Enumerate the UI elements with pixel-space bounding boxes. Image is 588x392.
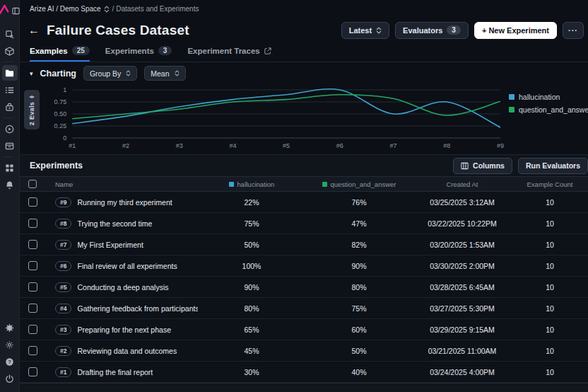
breadcrumb-space[interactable]: Arize AI / Demo Space (30, 5, 101, 13)
sidebar-item-archive-icon[interactable] (2, 138, 18, 154)
question-and-answer-value: 90% (305, 262, 413, 270)
group-by-select[interactable]: Group By (83, 66, 137, 81)
experiment-row-6[interactable]: #6Final review of all experiments100%90%… (20, 255, 588, 277)
sidebar-item-play-icon[interactable] (2, 121, 18, 137)
experiment-row-9[interactable]: #9Running my third experiment22%76%03/25… (20, 192, 588, 213)
experiment-name: Trying the second time (77, 219, 152, 228)
sidebar-item-select-icon[interactable] (2, 26, 18, 42)
example-count-value: 10 (512, 368, 588, 376)
x-tick-label: #2 (122, 142, 129, 149)
aggregation-select[interactable]: Mean (144, 66, 185, 81)
evaluators-count-badge: 3 (447, 25, 461, 35)
sidebar-item-power-icon[interactable] (2, 371, 18, 386)
created-at-value: 03/25/2025 3:12AM (413, 198, 512, 207)
breadcrumb-section[interactable]: / Datasets and Experiments (112, 5, 199, 13)
evaluators-button[interactable]: Evaluators 3 (395, 22, 469, 39)
columns-button[interactable]: Columns (453, 158, 512, 174)
created-at-value: 03/22/2025 10:22PM (413, 219, 512, 228)
legend-item-question_and_answer[interactable]: question_and_answer (509, 105, 585, 114)
tab-examples[interactable]: Examples25 (30, 46, 90, 62)
dataset-tabs: Examples25Experiments3Experiment Traces (20, 42, 588, 62)
created-at-value: 03/27/2025 5:30PM (413, 304, 512, 313)
chevron-updown-icon (376, 27, 382, 34)
example-count-value: 10 (512, 325, 588, 334)
sidebar-item-list-icon[interactable] (2, 82, 18, 98)
select-all-checkbox[interactable] (28, 180, 37, 188)
legend-item-hallucination[interactable]: hallucination (509, 93, 585, 101)
row-checkbox[interactable] (28, 325, 37, 334)
experiment-row-1[interactable]: #1Drafting the final report30%40%03/24/2… (20, 362, 588, 383)
row-checkbox[interactable] (28, 346, 37, 355)
experiment-id-badge: #7 (55, 240, 71, 250)
row-checkbox[interactable] (28, 197, 37, 207)
experiment-row-3[interactable]: #3Preparing for the next phase65%60%03/2… (20, 319, 588, 340)
column-header-example-count[interactable]: Example Count (512, 180, 588, 188)
sidebar-item-copilot-icon[interactable] (2, 320, 18, 335)
hallucination-value: 45% (198, 347, 305, 355)
sidebar-divider (2, 156, 13, 157)
back-button[interactable]: ← (28, 25, 40, 36)
row-checkbox[interactable] (28, 261, 37, 270)
experiment-row-4[interactable]: #4Gathering feedback from participants80… (20, 298, 588, 319)
sidebar-item-folder-icon[interactable] (2, 65, 18, 81)
sidebar-item-bell-icon[interactable] (2, 177, 18, 192)
expand-horizontal-icon: ◂▸ (29, 94, 35, 100)
collapse-caret-icon[interactable]: ▾ (30, 70, 33, 77)
question-and-answer-value: 60% (305, 325, 413, 334)
column-header-created-at[interactable]: Created At (413, 180, 512, 188)
breadcrumb: Arize AI / Demo Space / Datasets and Exp… (20, 0, 588, 18)
sidebar-item-lock-icon[interactable] (2, 99, 18, 115)
sidebar-item-cube-icon[interactable] (2, 43, 18, 59)
column-header-name[interactable]: Name (45, 180, 198, 188)
line-chart[interactable]: 10.750.500.250#1#2#3#4#5#6#7#8#9 (40, 84, 509, 154)
created-at-value: 03/30/2025 2:00PM (413, 262, 512, 270)
sidebar-item-help-icon[interactable]: ? (2, 354, 18, 369)
new-experiment-label: + New Experiment (482, 26, 549, 35)
legend-label: question_and_answer (519, 105, 588, 114)
sidebar-divider (2, 117, 13, 118)
question-and-answer-value: 82% (305, 241, 413, 249)
hallucination-value: 90% (198, 283, 305, 292)
series-line-question_and_answer (72, 95, 500, 119)
example-count-value: 10 (512, 219, 588, 228)
experiment-row-7[interactable]: #7My First Experiment50%82%03/20/2025 1:… (20, 234, 588, 255)
row-checkbox[interactable] (28, 304, 37, 313)
experiment-name: Running my third experiment (77, 198, 172, 207)
experiment-row-2[interactable]: #2Reviewing data and outcomes45%50%03/21… (20, 340, 588, 362)
tab-experiments[interactable]: Experiments3 (105, 46, 172, 62)
space-switcher-icon[interactable] (104, 6, 110, 13)
column-header-question-and-answer[interactable]: question_and_answer (305, 180, 413, 188)
experiment-name: Gathering feedback from participants (77, 304, 198, 313)
example-count-value: 10 (512, 241, 588, 249)
hallucination-value: 22% (198, 198, 305, 207)
experiment-id-badge: #6 (55, 261, 71, 271)
run-evaluators-button[interactable]: Run Evaluators (518, 158, 588, 174)
sidebar-item-grid-icon[interactable] (2, 160, 18, 175)
row-checkbox[interactable] (28, 282, 37, 292)
panel-toggle-icon[interactable] (12, 6, 20, 16)
row-checkbox[interactable] (28, 219, 37, 228)
latest-dropdown[interactable]: Latest (341, 22, 389, 39)
hallucination-header-label: hallucination (237, 180, 275, 188)
legend-swatch (509, 94, 514, 100)
aggregation-label: Mean (151, 69, 169, 78)
row-checkbox[interactable] (28, 367, 37, 376)
tab-experiment-traces[interactable]: Experiment Traces (187, 47, 271, 62)
table-header-row: Name hallucination question_and_answer C… (20, 176, 588, 192)
y-tick-label: 0.75 (54, 98, 67, 105)
new-experiment-button[interactable]: + New Experiment (474, 22, 557, 39)
experiment-row-8[interactable]: #8Trying the second time75%47%03/22/2025… (20, 213, 588, 234)
sidebar-item-settings-icon[interactable] (2, 337, 18, 352)
y-tick-label: 0 (63, 134, 66, 142)
experiment-name: Conducting a deep analysis (77, 283, 168, 292)
row-checkbox[interactable] (28, 240, 37, 249)
experiment-name: Drafting the final report (77, 368, 153, 376)
example-count-value: 10 (512, 262, 588, 270)
more-actions-button[interactable]: ··· (563, 22, 584, 39)
column-header-hallucination[interactable]: hallucination (198, 180, 305, 188)
legend-swatch (509, 107, 514, 113)
chevron-updown-icon (175, 70, 180, 76)
evals-panel-toggle[interactable]: ◂▸ 2 Evals (24, 90, 40, 129)
evals-toggle-label: 2 Evals (28, 102, 35, 125)
experiment-row-5[interactable]: #5Conducting a deep analysis90%80%03/28/… (20, 277, 588, 298)
